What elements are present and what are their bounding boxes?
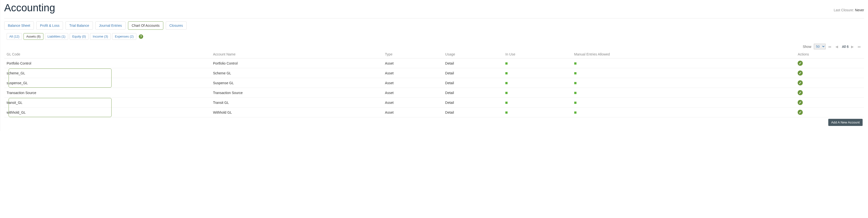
- cell-manual: [572, 58, 796, 68]
- help-icon[interactable]: ?: [139, 34, 143, 39]
- cell-actions: [795, 78, 864, 88]
- last-closure: Last Closure: Never: [834, 8, 864, 12]
- pager-prev-icon[interactable]: ◀: [835, 45, 840, 49]
- cell-gl-code: suspense_GL: [4, 78, 211, 88]
- cell-manual: [572, 68, 796, 78]
- cell-gl-code: scheme_GL: [4, 68, 211, 78]
- tab-balance-sheet[interactable]: Balance Sheet: [4, 21, 34, 30]
- cell-type: Asset: [382, 78, 442, 88]
- add-account-button[interactable]: Add A New Account: [828, 119, 863, 126]
- last-closure-value: Never: [855, 8, 864, 12]
- pencil-icon: [799, 91, 802, 94]
- table-row[interactable]: Portfolio Control Portfolio Control Asse…: [4, 58, 864, 68]
- cell-actions: [795, 68, 864, 78]
- pager-status: All 6: [842, 45, 849, 49]
- table-row[interactable]: withhold_GL Withhold GL Asset Detail: [4, 108, 864, 117]
- tab-chart-of-accounts[interactable]: Chart Of Accounts: [128, 21, 163, 30]
- filter-liabilities-1-[interactable]: Liabilities (1): [45, 33, 68, 40]
- square-icon: [505, 102, 507, 104]
- tab-profit-loss[interactable]: Profit & Loss: [36, 21, 63, 30]
- filter-income-3-[interactable]: Income (3): [90, 33, 111, 40]
- col-in-use[interactable]: In Use: [503, 50, 572, 58]
- cell-type: Asset: [382, 108, 442, 117]
- square-icon: [505, 82, 507, 84]
- table-row[interactable]: suspense_GL Suspense GL Asset Detail: [4, 78, 864, 88]
- edit-button[interactable]: [798, 110, 803, 115]
- tab-trial-balance[interactable]: Trial Balance: [65, 21, 93, 30]
- edit-button[interactable]: [798, 61, 803, 66]
- cell-usage: Detail: [443, 108, 503, 117]
- col-usage[interactable]: Usage: [443, 50, 503, 58]
- cell-gl-code: Transaction Source: [4, 88, 211, 98]
- edit-button[interactable]: [798, 90, 803, 95]
- pager-first-icon[interactable]: ⏮: [828, 45, 833, 49]
- page-size-select[interactable]: 50: [814, 44, 826, 49]
- cell-gl-code: withhold_GL: [4, 108, 211, 117]
- square-icon: [574, 62, 577, 64]
- table-row[interactable]: scheme_GL Scheme GL Asset Detail: [4, 68, 864, 78]
- table-row[interactable]: Transaction Source Transaction Source As…: [4, 88, 864, 98]
- cell-type: Asset: [382, 68, 442, 78]
- edit-button[interactable]: [798, 80, 803, 85]
- cell-gl-code: transit_GL: [4, 98, 211, 108]
- cell-usage: Detail: [443, 98, 503, 108]
- square-icon: [574, 102, 577, 104]
- cell-account-name: Withhold GL: [211, 108, 382, 117]
- cell-type: Asset: [382, 98, 442, 108]
- filter-expenses-2-[interactable]: Expenses (2): [112, 33, 136, 40]
- tab-closures[interactable]: Closures: [166, 21, 187, 30]
- pencil-icon: [799, 111, 802, 114]
- square-icon: [574, 92, 577, 94]
- col-actions[interactable]: Actions: [795, 50, 864, 58]
- pencil-icon: [799, 101, 802, 104]
- tab-journal-entries[interactable]: Journal Entries: [95, 21, 126, 30]
- cell-in-use: [503, 58, 572, 68]
- cell-usage: Detail: [443, 88, 503, 98]
- col-account-name[interactable]: Account Name: [211, 50, 382, 58]
- col-manual-entries[interactable]: Manual Entries Allowed: [572, 50, 796, 58]
- cell-usage: Detail: [443, 78, 503, 88]
- cell-usage: Detail: [443, 58, 503, 68]
- cell-account-name: Suspense GL: [211, 78, 382, 88]
- cell-in-use: [503, 88, 572, 98]
- square-icon: [574, 82, 577, 84]
- col-gl-code[interactable]: GL Code: [4, 50, 211, 58]
- cell-manual: [572, 88, 796, 98]
- cell-gl-code: Portfolio Control: [4, 58, 211, 68]
- pager-last-icon[interactable]: ⏭: [858, 45, 863, 49]
- cell-manual: [572, 78, 796, 88]
- filter-all-12-[interactable]: All (12): [7, 33, 22, 40]
- square-icon: [505, 92, 507, 94]
- cell-actions: [795, 58, 864, 68]
- tab-row: Balance SheetProfit & LossTrial BalanceJ…: [4, 18, 864, 30]
- last-closure-label: Last Closure:: [834, 8, 854, 12]
- col-type[interactable]: Type: [382, 50, 442, 58]
- cell-manual: [572, 108, 796, 117]
- cell-actions: [795, 98, 864, 108]
- pager-show-label: Show: [803, 45, 811, 49]
- cell-actions: [795, 88, 864, 98]
- square-icon: [505, 62, 507, 64]
- square-icon: [574, 72, 577, 74]
- table-row[interactable]: transit_GL Transit GL Asset Detail: [4, 98, 864, 108]
- cell-manual: [572, 98, 796, 108]
- cell-account-name: Portfolio Control: [211, 58, 382, 68]
- pencil-icon: [799, 82, 802, 84]
- cell-account-name: Transit GL: [211, 98, 382, 108]
- cell-in-use: [503, 78, 572, 88]
- filter-assets-6-[interactable]: Assets (6): [24, 33, 43, 40]
- cell-account-name: Scheme GL: [211, 68, 382, 78]
- cell-actions: [795, 108, 864, 117]
- cell-in-use: [503, 108, 572, 117]
- cell-usage: Detail: [443, 68, 503, 78]
- square-icon: [505, 111, 507, 114]
- filter-equity-0-[interactable]: Equity (0): [70, 33, 89, 40]
- cell-type: Asset: [382, 88, 442, 98]
- square-icon: [505, 72, 507, 74]
- edit-button[interactable]: [798, 100, 803, 105]
- square-icon: [574, 111, 577, 114]
- pencil-icon: [799, 62, 802, 64]
- edit-button[interactable]: [798, 71, 803, 76]
- cell-type: Asset: [382, 58, 442, 68]
- pager-next-icon[interactable]: ▶: [851, 45, 855, 49]
